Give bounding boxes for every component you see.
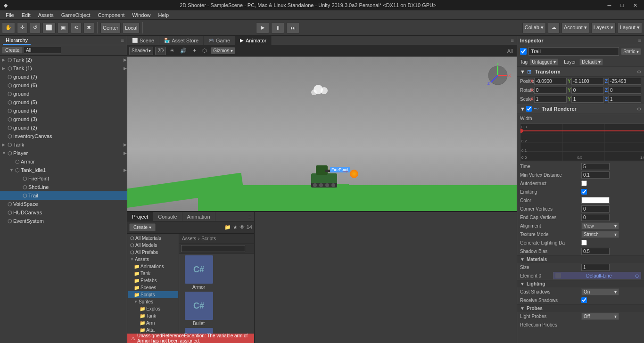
scene-fx-btn[interactable]: ⬡ bbox=[200, 47, 209, 54]
proj-item-scripts[interactable]: 📁 Scripts bbox=[128, 291, 178, 298]
scene-tab-scene[interactable]: ⬜ Scene bbox=[127, 36, 159, 45]
lighting-header[interactable]: ▼ Lighting bbox=[517, 280, 644, 287]
transform-header[interactable]: ▼ ⊞ Transform ⚙ bbox=[517, 66, 644, 77]
probes-header[interactable]: ▼ Probes bbox=[517, 304, 644, 312]
min-vertex-input[interactable] bbox=[581, 172, 610, 179]
hierarchy-search-input[interactable] bbox=[24, 47, 61, 54]
light-probes-dropdown[interactable]: Off ▾ bbox=[581, 313, 619, 320]
hierarchy-create-btn[interactable]: Create bbox=[2, 47, 23, 54]
create-btn[interactable]: Create ▾ bbox=[129, 223, 156, 231]
hierarchy-item-ground2[interactable]: ▶ ⬡ ground (2) bbox=[0, 123, 127, 132]
panel-options[interactable]: ≡ bbox=[246, 214, 254, 220]
proj-item-explos[interactable]: 📁 Explos bbox=[128, 305, 178, 312]
rot-z-input[interactable] bbox=[608, 87, 641, 94]
hierarchy-item-firepoint[interactable]: ▶ ⬡ FirePoint bbox=[0, 174, 127, 183]
pos-x-input[interactable] bbox=[534, 78, 567, 85]
hierarchy-item-shotline[interactable]: ▶ ⬡ ShotLine bbox=[0, 183, 127, 191]
hierarchy-item-ground3[interactable]: ▶ ⬡ ground (3) bbox=[0, 115, 127, 123]
folder-icon[interactable]: 📁 bbox=[224, 224, 231, 230]
proj-item-allmodels[interactable]: ⬡ All Models bbox=[128, 242, 178, 249]
time-input[interactable] bbox=[581, 163, 610, 170]
menu-edit[interactable]: Edit bbox=[18, 11, 34, 19]
hierarchy-item-ground[interactable]: ▶ ⬡ ground bbox=[0, 90, 127, 98]
hierarchy-options[interactable]: ≡ bbox=[121, 38, 124, 43]
eye-icon[interactable]: 👁 bbox=[239, 224, 245, 230]
hierarchy-tab[interactable]: Hierarchy bbox=[3, 36, 31, 45]
rotate-tool[interactable]: ↺ bbox=[30, 22, 41, 33]
color-picker[interactable] bbox=[581, 197, 610, 204]
hierarchy-item-ground7[interactable]: ▶ ⬡ ground (7) bbox=[0, 73, 127, 81]
proj-item-sprites[interactable]: ▼ Sprites bbox=[128, 298, 178, 305]
hierarchy-item-armor[interactable]: ▶ ⬡ Armor bbox=[0, 157, 127, 166]
hierarchy-item-tank1[interactable]: ▶ ⬡ Tank (1) ▶ bbox=[0, 64, 127, 73]
proj-item-assets[interactable]: ▼ Assets bbox=[128, 256, 178, 263]
step-button[interactable]: ⏭ bbox=[286, 22, 299, 33]
scene-tab-game[interactable]: 🎮 Game bbox=[204, 36, 235, 45]
hierarchy-item-ground6[interactable]: ▶ ⬡ ground (6) bbox=[0, 81, 127, 90]
play-button[interactable]: ▶ bbox=[256, 22, 269, 33]
hierarchy-content[interactable]: ▶ ⬡ Tank (2) ▶ ▶ ⬡ Tank (1) ▶ ▶ ⬡ ground… bbox=[0, 56, 127, 343]
hierarchy-item-ground5[interactable]: ▶ ⬡ ground (5) bbox=[0, 98, 127, 106]
scale-x-input[interactable] bbox=[534, 96, 567, 103]
file-item-bullet[interactable]: C# Bullet bbox=[181, 292, 216, 326]
mat-size-input[interactable] bbox=[581, 264, 610, 271]
hierarchy-item-hudcanvas[interactable]: ▶ ⬡ HUDCanvas bbox=[0, 208, 127, 217]
proj-item-scenes[interactable]: 📁 Scenes bbox=[128, 284, 178, 291]
proj-item-allprefabs[interactable]: ⬡ All Prefabs bbox=[128, 249, 178, 256]
pos-z-input[interactable] bbox=[608, 78, 641, 85]
proj-item-tank[interactable]: 📁 Tank bbox=[128, 270, 178, 277]
hierarchy-item-eventsystem[interactable]: ▶ ⬡ EventSystem bbox=[0, 217, 127, 225]
hierarchy-item-inventorycanvas[interactable]: ▶ ⬡ InventoryCanvas bbox=[0, 132, 127, 140]
gizmos-dropdown[interactable]: Gizmos ▾ bbox=[211, 47, 235, 54]
menu-component[interactable]: Component bbox=[94, 11, 128, 19]
breadcrumb-assets[interactable]: Assets bbox=[182, 236, 196, 241]
proj-item-animations[interactable]: 📁 Animations bbox=[128, 263, 178, 270]
corner-vertices-input[interactable] bbox=[581, 205, 610, 212]
proj-item-tank2[interactable]: 📁 Tank bbox=[128, 312, 178, 319]
materials-header[interactable]: ▼ Materials bbox=[517, 255, 644, 263]
scene-tab-assetstore[interactable]: 🏪 Asset Store bbox=[159, 36, 204, 45]
menu-window[interactable]: Window bbox=[128, 11, 154, 19]
object-enabled-check[interactable] bbox=[520, 48, 527, 55]
proj-item-arm[interactable]: 📁 Arm bbox=[128, 319, 178, 327]
hierarchy-item-player[interactable]: ▼ ⬡ Player ▶ bbox=[0, 149, 127, 157]
lighting-btn[interactable]: ☀ bbox=[168, 47, 176, 54]
minimize-button[interactable]: ─ bbox=[605, 2, 614, 8]
hierarchy-item-voidspace[interactable]: ▶ ⬡ VoidSpace bbox=[0, 200, 127, 208]
menu-assets[interactable]: Assets bbox=[34, 11, 58, 19]
cloud-button[interactable]: ☁ bbox=[548, 22, 560, 33]
file-search-input[interactable] bbox=[181, 245, 245, 252]
layout-button[interactable]: Layout ▾ bbox=[618, 22, 642, 33]
rot-y-input[interactable] bbox=[571, 87, 604, 94]
custom-tool[interactable]: ✖ bbox=[83, 22, 94, 33]
project-tab[interactable]: Project bbox=[127, 212, 153, 221]
error-bar[interactable]: ⚠ UnassignedReferenceException: The vari… bbox=[127, 334, 254, 343]
menu-gameobject[interactable]: GameObject bbox=[58, 11, 94, 19]
object-name-input[interactable] bbox=[528, 47, 619, 56]
pause-button[interactable]: ⏸ bbox=[271, 22, 284, 33]
menu-file[interactable]: File bbox=[2, 11, 18, 19]
hierarchy-item-tankidle1[interactable]: ▼ ⬡ Tank_Idle1 ▶ bbox=[0, 166, 127, 174]
move-tool[interactable]: ✛ bbox=[17, 22, 28, 33]
breadcrumb-scripts[interactable]: Scripts bbox=[201, 236, 216, 241]
audio-btn[interactable]: 🔊 bbox=[178, 47, 189, 54]
local-global-toggle[interactable]: Local bbox=[123, 22, 140, 33]
proj-item-atta[interactable]: 📁 Atta bbox=[128, 327, 178, 334]
trail-width-graph[interactable]: 0.3 0.2 0.1 0.0 0.0 0.5 1.0 bbox=[520, 123, 644, 161]
proj-item-prefabs[interactable]: 📁 Prefabs bbox=[128, 277, 178, 284]
trail-renderer-header[interactable]: ▼ 〜 Trail Renderer ⚙ bbox=[517, 104, 644, 114]
hierarchy-item-trail[interactable]: ▶ ⬡ Trail bbox=[0, 191, 127, 200]
scale-y-input[interactable] bbox=[571, 96, 604, 103]
rect-tool[interactable]: ▣ bbox=[58, 22, 69, 33]
texture-mode-dropdown[interactable]: Stretch ▾ bbox=[581, 231, 619, 238]
tag-dropdown[interactable]: Untagged ▾ bbox=[529, 58, 558, 65]
pos-y-input[interactable] bbox=[571, 78, 604, 85]
hierarchy-item-ground4[interactable]: ▶ ⬡ ground (4) bbox=[0, 106, 127, 115]
scene-panel-options[interactable]: ≡ bbox=[508, 38, 517, 43]
rot-x-input[interactable] bbox=[534, 87, 567, 94]
static-dropdown[interactable]: Static ▾ bbox=[621, 48, 641, 55]
shaded-dropdown[interactable]: Shaded ▾ bbox=[129, 47, 153, 55]
menu-help[interactable]: Help bbox=[154, 11, 173, 19]
console-tab[interactable]: Console bbox=[153, 212, 182, 221]
emitting-check[interactable] bbox=[581, 189, 587, 195]
